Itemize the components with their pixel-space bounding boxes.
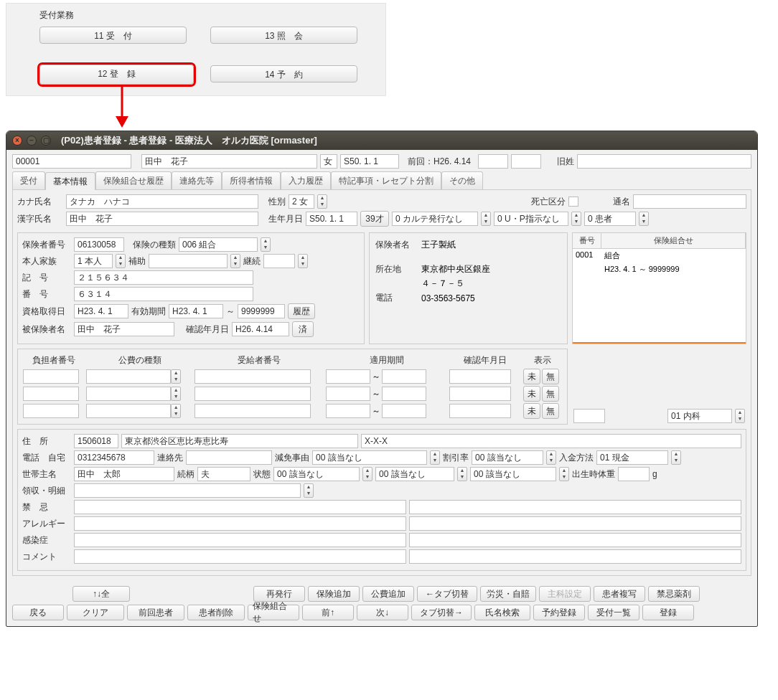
chart-issue-stepper[interactable]: ▲▼ bbox=[481, 212, 491, 226]
tab-other[interactable]: その他 bbox=[441, 171, 483, 189]
receipt-stepper[interactable]: ▲▼ bbox=[304, 483, 314, 498]
state2-stepper[interactable]: ▲▼ bbox=[457, 467, 467, 481]
forbidden-input-1[interactable] bbox=[74, 500, 406, 514]
cont-stepper[interactable]: ▲▼ bbox=[298, 254, 308, 268]
acq-input[interactable] bbox=[74, 304, 128, 318]
kanji-input[interactable] bbox=[66, 212, 258, 226]
allergy-input-1[interactable] bbox=[74, 516, 406, 531]
tab-basic-info[interactable]: 基本情報 bbox=[45, 172, 95, 190]
foot-contra-btn[interactable]: 禁忌薬剤 bbox=[648, 586, 700, 602]
foot-reissue-btn[interactable]: 再発行 bbox=[253, 586, 305, 602]
patient-name-field[interactable] bbox=[141, 154, 317, 169]
concept-btn-13[interactable]: 13 照 会 bbox=[210, 27, 357, 44]
pubexp-from-3[interactable] bbox=[326, 404, 370, 418]
infect-input-1[interactable] bbox=[74, 533, 406, 547]
patient-cls-stepper[interactable]: ▲▼ bbox=[639, 212, 649, 226]
symbol-input[interactable] bbox=[74, 270, 253, 285]
state3-input[interactable] bbox=[470, 467, 556, 481]
comment-input-2[interactable] bbox=[409, 549, 741, 564]
disc-input[interactable] bbox=[472, 450, 543, 465]
alias-input[interactable] bbox=[633, 194, 746, 209]
window-close-icon[interactable]: × bbox=[12, 136, 22, 146]
pubexp-to-2[interactable] bbox=[382, 387, 426, 401]
foot-prev-btn[interactable]: 前↑ bbox=[302, 605, 354, 620]
cont-input[interactable] bbox=[263, 254, 295, 268]
allergy-input-2[interactable] bbox=[409, 516, 741, 531]
pubexp-confirm-1[interactable] bbox=[449, 369, 511, 384]
pubexp-payer-2[interactable] bbox=[23, 387, 79, 401]
hdr-extra1[interactable] bbox=[478, 154, 508, 169]
valid-from-input[interactable] bbox=[169, 304, 223, 318]
pubexp-recipient-1[interactable] bbox=[194, 369, 311, 384]
contact-input[interactable] bbox=[186, 450, 272, 465]
pubexp-mu-1[interactable]: 無 bbox=[542, 369, 559, 384]
foot-next-btn[interactable]: 次↓ bbox=[357, 605, 408, 620]
pubexp-recipient-2[interactable] bbox=[194, 387, 311, 401]
pay-input[interactable] bbox=[596, 450, 668, 465]
foot-copypat-btn[interactable]: 患者複写 bbox=[594, 586, 645, 602]
done-button[interactable]: 済 bbox=[292, 321, 314, 337]
history-button[interactable]: 履歴 bbox=[288, 303, 315, 319]
sex-stepper[interactable]: ▲▼ bbox=[317, 194, 327, 209]
zip-input[interactable] bbox=[74, 434, 118, 448]
receipt-input[interactable] bbox=[74, 483, 301, 498]
pubexp-type-stepper-1[interactable]: ▲▼ bbox=[171, 369, 181, 384]
pubexp-to-3[interactable] bbox=[382, 404, 426, 418]
concept-btn-14[interactable]: 14 予 約 bbox=[210, 65, 357, 82]
infect-input-2[interactable] bbox=[409, 533, 741, 547]
pubexp-type-stepper-2[interactable]: ▲▼ bbox=[171, 387, 181, 401]
up-inst-select[interactable] bbox=[494, 212, 568, 226]
foot-addpub-btn[interactable]: 公費追加 bbox=[362, 586, 414, 602]
up-inst-stepper[interactable]: ▲▼ bbox=[571, 212, 581, 226]
pubexp-type-1[interactable] bbox=[86, 369, 171, 384]
patient-no-input[interactable] bbox=[12, 154, 131, 169]
state-input[interactable] bbox=[273, 467, 360, 481]
self-family-input[interactable] bbox=[74, 254, 113, 268]
addr-input[interactable] bbox=[121, 434, 358, 448]
pubexp-recipient-3[interactable] bbox=[194, 404, 311, 418]
tel-home-input[interactable] bbox=[74, 450, 154, 465]
foot-register-btn[interactable]: 登録 bbox=[642, 605, 694, 620]
confirm-input[interactable] bbox=[232, 322, 289, 336]
tab-contacts[interactable]: 連絡先等 bbox=[172, 171, 222, 189]
tab-insurance-history[interactable]: 保険組合せ履歴 bbox=[95, 171, 172, 189]
chart-issue-select[interactable] bbox=[392, 212, 478, 226]
pubexp-to-1[interactable] bbox=[382, 369, 426, 384]
self-family-stepper[interactable]: ▲▼ bbox=[116, 254, 126, 268]
foot-receptlist-btn[interactable]: 受付一覧 bbox=[588, 605, 639, 620]
window-minimize-icon[interactable]: − bbox=[27, 136, 37, 146]
foot-tableft-btn[interactable]: ←タブ切替 bbox=[417, 586, 477, 602]
pubexp-from-1[interactable] bbox=[326, 369, 370, 384]
forbidden-input-2[interactable] bbox=[409, 500, 741, 514]
pubexp-mi-3[interactable]: 未 bbox=[523, 403, 540, 419]
pubexp-confirm-3[interactable] bbox=[449, 404, 511, 418]
disc-stepper[interactable]: ▲▼ bbox=[546, 450, 556, 465]
foot-all-btn[interactable]: ↑↓全 bbox=[72, 586, 130, 602]
sex-input[interactable] bbox=[289, 194, 314, 209]
inslist-row[interactable]: 0001 組合 bbox=[573, 249, 746, 262]
bweight-input[interactable] bbox=[618, 467, 650, 481]
pubexp-type-2[interactable] bbox=[86, 387, 171, 401]
foot-reserve-btn[interactable]: 予約登録 bbox=[533, 605, 585, 620]
tab-input-history[interactable]: 入力履歴 bbox=[281, 171, 331, 189]
reduce-stepper[interactable]: ▲▼ bbox=[430, 450, 440, 465]
state3-stepper[interactable]: ▲▼ bbox=[559, 467, 569, 481]
patient-sex-field[interactable] bbox=[320, 154, 337, 169]
insured-input[interactable] bbox=[74, 322, 174, 336]
pubexp-payer-1[interactable] bbox=[23, 369, 79, 384]
tab-special-notes[interactable]: 特記事項・レセプト分割 bbox=[331, 171, 441, 189]
pubexp-from-2[interactable] bbox=[326, 387, 370, 401]
valid-to-input[interactable] bbox=[238, 304, 285, 318]
comment-input-1[interactable] bbox=[74, 549, 406, 564]
head-input[interactable] bbox=[74, 467, 174, 481]
kana-input[interactable] bbox=[66, 194, 258, 209]
window-maximize-icon[interactable]: ▢ bbox=[41, 136, 51, 146]
assist-stepper[interactable]: ▲▼ bbox=[230, 254, 240, 268]
ins-type-input[interactable] bbox=[179, 237, 258, 252]
patient-birth-field[interactable] bbox=[340, 154, 399, 169]
foot-clear-btn[interactable]: クリア bbox=[67, 605, 124, 620]
foot-namesearch-btn[interactable]: 氏名検索 bbox=[474, 605, 530, 620]
relation-input[interactable] bbox=[197, 467, 250, 481]
birth-input[interactable] bbox=[306, 212, 357, 226]
ins-type-stepper[interactable]: ▲▼ bbox=[261, 237, 271, 252]
